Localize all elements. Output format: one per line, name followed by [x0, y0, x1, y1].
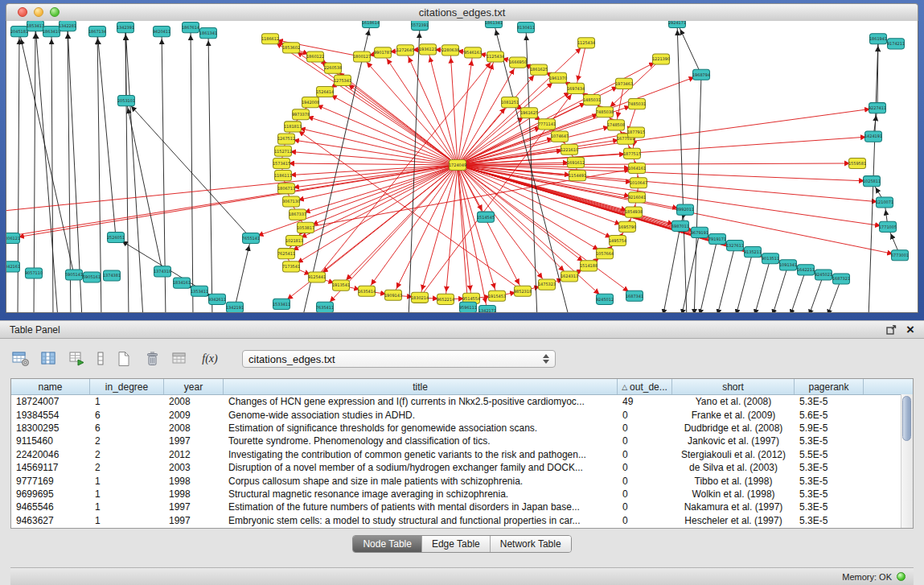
- close-panel-icon[interactable]: ×: [906, 323, 914, 336]
- graph-edge[interactable]: [458, 137, 873, 165]
- graph-node-label: 1275341: [334, 78, 351, 83]
- table-cell-pagerank: 5.9E-5: [795, 422, 864, 434]
- table-cell-out_degree: 0: [618, 476, 672, 487]
- table-row[interactable]: 977716911998Corpus callosum shape and si…: [11, 474, 913, 487]
- table-cell-out_degree: 49: [618, 396, 672, 407]
- graph-edge[interactable]: [458, 165, 468, 307]
- graph-edge[interactable]: [576, 43, 586, 89]
- graph-node-label: 1125434: [577, 40, 595, 45]
- column-header-title[interactable]: title: [224, 379, 618, 394]
- graph-edge[interactable]: [283, 151, 458, 165]
- column-header-year[interactable]: year: [164, 379, 224, 394]
- graph-edge[interactable]: [680, 233, 700, 312]
- graph-edge[interactable]: [734, 252, 753, 312]
- scrollbar-thumb[interactable]: [902, 396, 911, 441]
- graph-edge[interactable]: [458, 52, 473, 165]
- graph-node-label: 1861341: [199, 31, 217, 35]
- table-row[interactable]: 969969511998Structural magnetic resonanc…: [11, 488, 913, 501]
- table-cell-year: 2008: [164, 422, 224, 434]
- graph-edge[interactable]: [458, 165, 487, 311]
- graph-node-label: 1186111: [274, 173, 292, 178]
- graph-edge[interactable]: [458, 113, 529, 165]
- graph-edge[interactable]: [458, 165, 872, 181]
- graph-edge[interactable]: [51, 31, 53, 312]
- graph-edge[interactable]: [694, 75, 701, 312]
- graph-edge[interactable]: [716, 245, 735, 312]
- graph-edge[interactable]: [286, 139, 458, 165]
- graph-edge[interactable]: [677, 23, 701, 75]
- graph-edge[interactable]: [208, 33, 212, 312]
- minimize-window-button[interactable]: [34, 7, 43, 17]
- column-header-name[interactable]: name: [11, 379, 90, 394]
- zoom-window-button[interactable]: [50, 7, 60, 17]
- graph-edge[interactable]: [616, 84, 624, 126]
- graph-edge[interactable]: [677, 23, 687, 312]
- graph-edge[interactable]: [11, 165, 458, 238]
- column-header-in_degree[interactable]: in_degree: [90, 379, 164, 394]
- graph-node-label: 1064161: [628, 166, 646, 171]
- import-table-button[interactable]: [67, 348, 88, 369]
- graph-edge[interactable]: [235, 238, 251, 307]
- table-cell-name: 9465546: [11, 501, 90, 513]
- table-settings-button[interactable]: [10, 348, 31, 369]
- status-bar: Memory: OK: [10, 567, 914, 585]
- tab-network-table[interactable]: Network Table: [490, 536, 571, 552]
- table-cell-in_degree: 6: [90, 410, 164, 421]
- column-header-out_degree[interactable]: △out_de...: [618, 379, 672, 394]
- apply-table-button[interactable]: [170, 348, 191, 369]
- graph-node-label: 1968794: [692, 72, 710, 77]
- row-functions-button[interactable]: [95, 348, 106, 369]
- table-row[interactable]: 946554611997Estimation of the future num…: [11, 501, 913, 513]
- graph-node-label: 1181813: [284, 124, 302, 129]
- graph-node-label: 2260538: [324, 65, 342, 70]
- table-row[interactable]: 1938455462009Genome-wide association stu…: [11, 408, 913, 421]
- graph-edge[interactable]: [281, 163, 458, 165]
- tab-node-table[interactable]: Node Table: [353, 536, 421, 552]
- table-row[interactable]: 1872400712008Changes of HCN gene express…: [11, 395, 913, 408]
- graph-edge[interactable]: [662, 226, 680, 312]
- network-canvas[interactable]: 1724049118661218536021860122226053812753…: [6, 21, 918, 313]
- window-titlebar[interactable]: citations_edges.txt: [6, 3, 918, 21]
- graph-edge[interactable]: [343, 80, 458, 165]
- table-cell-title: Estimation of the future numbers of pati…: [224, 501, 618, 513]
- graph-node-label: 1342391: [117, 25, 134, 30]
- graph-node-label: 9245021: [815, 272, 832, 277]
- column-header-short[interactable]: short: [672, 379, 795, 394]
- table-row[interactable]: 911546021997Tourette syndrome. Phenomeno…: [11, 435, 913, 447]
- graph-node-label: 1867614: [182, 25, 199, 30]
- function-builder-button[interactable]: f(x): [198, 348, 222, 369]
- tab-edge-table[interactable]: Edge Table: [421, 536, 490, 552]
- graph-edge[interactable]: [362, 56, 458, 164]
- graph-edge[interactable]: [788, 270, 806, 312]
- graph-edge[interactable]: [383, 52, 458, 165]
- graph-edge[interactable]: [458, 133, 636, 165]
- delete-column-button[interactable]: [142, 348, 162, 369]
- table-row[interactable]: 1830029562008Estimation of significance …: [11, 422, 913, 435]
- table-row[interactable]: 2242004622012Investigating the contribut…: [11, 448, 913, 461]
- graph-edge[interactable]: [770, 265, 788, 312]
- table-row[interactable]: 946362711997Embryonic stem cells: a mode…: [11, 514, 913, 527]
- column-header-label: out_de...: [630, 381, 667, 393]
- table-cell-pagerank: 5.3E-5: [795, 476, 864, 487]
- graph-edge[interactable]: [753, 258, 770, 312]
- table-vertical-scrollbar[interactable]: [901, 394, 913, 528]
- network-graph[interactable]: 1724049118661218536021860122226053812753…: [6, 21, 918, 312]
- table-cell-title: Corpus callosum shape and size in male p…: [224, 476, 618, 487]
- graph-edge[interactable]: [97, 31, 101, 312]
- graph-edge[interactable]: [291, 165, 458, 202]
- select-columns-button[interactable]: [39, 348, 60, 369]
- graph-edge[interactable]: [126, 101, 251, 238]
- graph-node-label: 1021813: [285, 238, 303, 243]
- graph-edge[interactable]: [19, 31, 74, 274]
- new-column-button[interactable]: [113, 348, 134, 369]
- column-header-pagerank[interactable]: pagerank: [795, 379, 864, 394]
- close-window-button[interactable]: [18, 7, 27, 17]
- graph-edge[interactable]: [458, 125, 616, 165]
- float-panel-icon[interactable]: [886, 325, 897, 335]
- table-cell-pagerank: 5.3E-5: [795, 435, 864, 447]
- table-row[interactable]: 1456911722003Disruption of a novel membe…: [11, 461, 913, 474]
- graph-edge[interactable]: [191, 27, 193, 312]
- graph-edge[interactable]: [698, 239, 717, 312]
- network-table-selector[interactable]: citations_edges.txt: [242, 350, 556, 368]
- graph-node-label: 9652214: [437, 297, 454, 302]
